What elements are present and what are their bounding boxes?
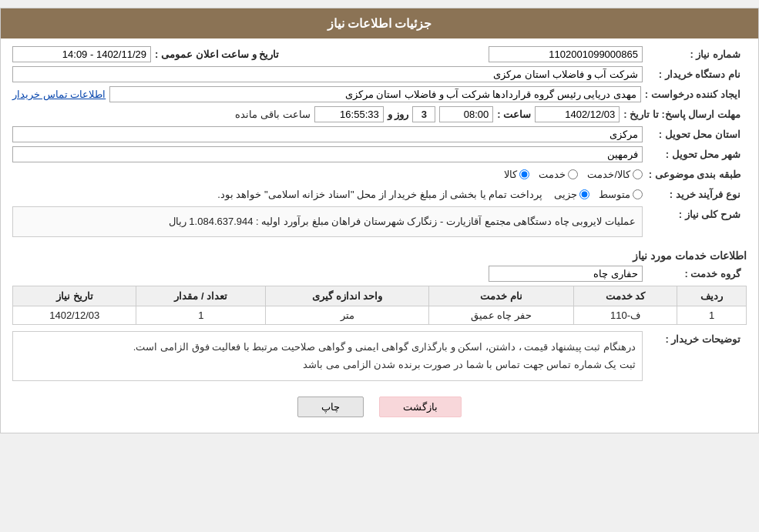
cell-name: حفر چاه عمیق	[428, 306, 573, 325]
needs-desc-value: عملیات لایروبی چاه دستگاهی مجتمع آقازیار…	[169, 216, 636, 227]
requester-input[interactable]	[109, 86, 641, 102]
process-jozi-option[interactable]: جزیی	[554, 189, 589, 200]
need-number-label: شماره نیاز :	[646, 46, 747, 62]
buttons-row: بازگشت چاپ	[12, 389, 747, 425]
cell-unit: متر	[266, 306, 429, 325]
service-table: ردیف کد خدمت نام خدمت واحد اندازه گیری ت…	[12, 286, 747, 325]
process-radio-group: متوسط جزیی	[554, 189, 643, 200]
category-radio-group: کالا/خدمت خدمت کالا	[504, 169, 643, 180]
city-label: شهر محل تحویل :	[646, 146, 747, 162]
deadline-time-label: ساعت :	[497, 109, 531, 120]
main-content: شماره نیاز : تاریخ و ساعت اعلان عمومی : …	[1, 38, 758, 433]
service-group-label: گروه خدمت :	[646, 266, 747, 282]
province-label: استان محل تحویل :	[646, 126, 747, 142]
buyer-org-label: نام دستگاه خریدار :	[646, 66, 747, 82]
deadline-days-value: 3	[412, 106, 435, 122]
col-name: نام خدمت	[428, 286, 573, 306]
city-input[interactable]	[12, 146, 643, 162]
need-number-row: شماره نیاز : تاریخ و ساعت اعلان عمومی :	[12, 46, 747, 62]
col-code: کد خدمت	[573, 286, 677, 306]
page-wrapper: جزئیات اطلاعات نیاز شماره نیاز : تاریخ و…	[0, 8, 759, 433]
col-unit: واحد اندازه گیری	[266, 286, 429, 306]
requester-row: ایجاد کننده درخواست : اطلاعات تماس خریدا…	[12, 86, 747, 102]
buyer-org-row: نام دستگاه خریدار :	[12, 66, 747, 82]
cell-qty: 1	[136, 306, 266, 325]
city-row: شهر محل تحویل :	[12, 146, 747, 162]
buyer-notes-value: درهنگام ثبت پیشنهاد قیمت ، داشتن، اسکن و…	[133, 341, 636, 370]
table-row: 1 ف-110 حفر چاه عمیق متر 1 1402/12/03	[13, 306, 747, 325]
announcement-label: تاریخ و ساعت اعلان عمومی :	[155, 49, 279, 60]
cell-date: 1402/12/03	[13, 306, 136, 325]
process-motawaset-option[interactable]: متوسط	[599, 189, 643, 200]
print-button[interactable]: چاپ	[297, 396, 364, 417]
service-group-row: گروه خدمت :	[12, 266, 747, 282]
deadline-days-label: روز و	[388, 109, 409, 120]
col-row: ردیف	[677, 286, 747, 306]
category-row: طبقه بندی موضوعی : کالا/خدمت خدمت کالا	[12, 166, 747, 182]
category-label: طبقه بندی موضوعی :	[646, 166, 747, 182]
need-number-input[interactable]	[489, 46, 643, 62]
deadline-remaining-label: ساعت باقی مانده	[235, 109, 310, 120]
process-motawaset-radio[interactable]	[633, 189, 643, 199]
process-jozi-label: جزیی	[554, 189, 577, 200]
category-kala-khadamat-label: کالا/خدمت	[587, 169, 630, 180]
needs-desc-row: شرح کلی نیاز : عملیات لایروبی چاه دستگاه…	[12, 206, 747, 243]
category-kala-radio[interactable]	[519, 169, 529, 179]
service-info-title: اطلاعات خدمات مورد نیاز	[12, 249, 747, 262]
needs-desc-label: شرح کلی نیاز :	[646, 206, 747, 223]
process-jozi-radio[interactable]	[579, 189, 589, 199]
process-row: نوع فرآیند خرید : متوسط جزیی پرداخت تمام…	[12, 186, 747, 202]
deadline-label: مهلت ارسال پاسخ: تا تاریخ :	[623, 106, 747, 122]
buyer-org-input[interactable]	[12, 66, 643, 82]
category-kala-khadamat-radio[interactable]	[633, 169, 643, 179]
process-note: پرداخت تمام یا بخشی از مبلغ خریدار از مح…	[217, 189, 542, 200]
deadline-remaining-input[interactable]	[314, 106, 384, 122]
category-kala-khadamat-option[interactable]: کالا/خدمت	[587, 169, 643, 180]
province-row: استان محل تحویل :	[12, 126, 747, 142]
service-group-input[interactable]	[489, 266, 643, 282]
category-kala-option[interactable]: کالا	[504, 169, 529, 180]
deadline-date-input[interactable]	[535, 106, 620, 122]
requester-label: ایجاد کننده درخواست :	[645, 86, 747, 102]
announcement-datetime-input[interactable]	[12, 46, 151, 62]
deadline-time-input[interactable]	[439, 106, 493, 122]
buyer-notes-row: توضیحات خریدار : درهنگام ثبت پیشنهاد قیم…	[12, 331, 747, 385]
process-label: نوع فرآیند خرید :	[646, 186, 747, 202]
buyer-notes-label: توضیحات خریدار :	[646, 331, 747, 347]
buyer-notes-box: درهنگام ثبت پیشنهاد قیمت ، داشتن، اسکن و…	[12, 331, 643, 381]
cell-row: 1	[677, 306, 747, 325]
page-title: جزئیات اطلاعات نیاز	[327, 17, 432, 30]
contact-link[interactable]: اطلاعات تماس خریدار	[12, 89, 106, 100]
cell-code: ف-110	[573, 306, 677, 325]
category-khadamat-option[interactable]: خدمت	[539, 169, 578, 180]
page-header: جزئیات اطلاعات نیاز	[1, 8, 758, 38]
needs-desc-box: عملیات لایروبی چاه دستگاهی مجتمع آقازیار…	[12, 206, 643, 237]
province-input[interactable]	[12, 126, 643, 142]
back-button[interactable]: بازگشت	[379, 396, 462, 417]
deadline-row: مهلت ارسال پاسخ: تا تاریخ : ساعت : 3 روز…	[12, 106, 747, 122]
process-motawaset-label: متوسط	[599, 189, 630, 200]
col-date: تاریخ نیاز	[13, 286, 136, 306]
category-khadamat-label: خدمت	[539, 169, 566, 180]
category-khadamat-radio[interactable]	[568, 169, 578, 179]
col-qty: تعداد / مقدار	[136, 286, 266, 306]
category-kala-label: کالا	[504, 169, 517, 180]
